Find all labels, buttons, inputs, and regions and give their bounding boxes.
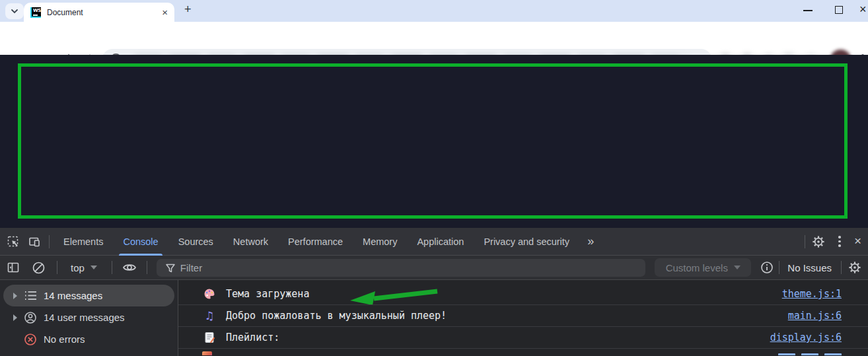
more-tabs-button[interactable]: »: [579, 234, 602, 248]
console-message-text: Добро пожаловать в музыкальный плеер!: [226, 310, 447, 322]
sidebar-item-errors[interactable]: No errors: [3, 328, 174, 350]
memo-icon: [204, 332, 215, 343]
gear-icon: [812, 235, 825, 248]
sidebar-item-label: 14 user messages: [44, 312, 125, 323]
inspect-element-button[interactable]: [3, 231, 24, 252]
sidebar-panel-icon: [7, 261, 20, 274]
console-message-text: Тема загружена: [226, 288, 309, 300]
tab-performance[interactable]: Performance: [278, 228, 353, 256]
issues-info-button[interactable]: [756, 257, 778, 278]
tab-console[interactable]: Console: [113, 228, 168, 256]
browser-window: WS Document × + ×: [0, 0, 868, 356]
chevron-down-icon: [90, 266, 97, 269]
window-minimize-button[interactable]: [803, 10, 813, 11]
clear-icon: [32, 261, 46, 275]
context-selector[interactable]: top: [63, 262, 105, 273]
chevron-down-icon: [734, 266, 741, 269]
tab-memory[interactable]: Memory: [353, 228, 407, 256]
sidebar-item-label: No errors: [44, 334, 85, 345]
annotation-arrow: [349, 287, 441, 304]
green-outline-box: [18, 63, 848, 219]
device-toolbar-button[interactable]: [24, 231, 45, 252]
browser-tab[interactable]: WS Document ×: [24, 3, 174, 22]
window-maximize-button[interactable]: [835, 6, 843, 14]
console-toolbar: top Custom levels No Issues: [0, 256, 868, 280]
page-viewport: [0, 55, 868, 228]
divider: [147, 261, 147, 274]
source-link[interactable]: theme.js:1: [782, 288, 842, 300]
user-icon: [24, 311, 37, 324]
webstorm-favicon-icon: WS: [30, 7, 41, 18]
tab-search-button[interactable]: [5, 3, 24, 19]
issues-counter[interactable]: No Issues: [781, 262, 838, 273]
sidebar-item-user-messages[interactable]: 14 user messages: [3, 306, 174, 328]
console-sidebar: 14 messages 14 user messages No errors: [0, 280, 178, 356]
devtools-menu-button[interactable]: [832, 236, 848, 247]
browser-toolbar: [0, 22, 868, 55]
divider: [49, 235, 50, 248]
source-link[interactable]: display.js:6: [770, 332, 842, 343]
info-icon: [760, 261, 774, 274]
error-icon: [24, 333, 37, 346]
clipped-emoji-icon: [202, 351, 212, 355]
tab-strip: WS Document × + ×: [0, 0, 868, 22]
console-settings-button[interactable]: [844, 257, 865, 278]
context-selector-label: top: [71, 262, 85, 273]
tab-sources[interactable]: Sources: [168, 228, 223, 256]
console-sidebar-toggle-button[interactable]: [3, 257, 24, 278]
inspect-icon: [7, 235, 20, 248]
console-message-text: Плейлист:: [226, 332, 279, 343]
devtools-settings-button[interactable]: [808, 231, 829, 252]
live-expression-button[interactable]: [119, 257, 140, 278]
console-message-row-partial: [178, 349, 868, 355]
expand-caret-icon[interactable]: [13, 314, 17, 321]
console-message-row: Плейлист: display.js:6: [178, 327, 868, 349]
gear-icon: [848, 261, 861, 274]
log-levels-label: Custom levels: [666, 262, 728, 273]
console-messages: Тема загружена theme.js:1 ♫ Добро пожало…: [178, 280, 868, 356]
divider: [779, 261, 779, 274]
expand-caret-icon[interactable]: [13, 293, 17, 299]
tab-network[interactable]: Network: [223, 228, 278, 256]
eye-icon: [122, 260, 137, 275]
device-toolbar-icon: [28, 235, 41, 248]
divider: [805, 235, 805, 248]
divider: [841, 261, 842, 274]
palette-icon: [203, 288, 215, 300]
tab-application[interactable]: Application: [407, 228, 474, 256]
console-message-row: Тема загружена theme.js:1: [178, 283, 868, 305]
devtools-close-button[interactable]: ×: [850, 234, 867, 250]
sidebar-item-label: 14 messages: [44, 290, 102, 301]
chevron-down-icon: [9, 6, 20, 17]
filter-input[interactable]: [157, 259, 645, 277]
divider: [112, 261, 112, 274]
console-body: 14 messages 14 user messages No errors: [0, 280, 868, 356]
music-notes-icon: ♫: [204, 309, 214, 322]
source-link[interactable]: main.js:6: [788, 310, 842, 322]
tab-title: Document: [47, 8, 156, 17]
console-message-row: ♫ Добро пожаловать в музыкальный плеер! …: [178, 305, 868, 327]
list-icon: [24, 290, 37, 301]
tab-elements[interactable]: Elements: [54, 228, 113, 256]
new-tab-button[interactable]: +: [184, 3, 192, 17]
sidebar-item-all-messages[interactable]: 14 messages: [3, 285, 174, 306]
devtools-tab-bar: Elements Console Sources Network Perform…: [0, 228, 868, 256]
clear-console-button[interactable]: [28, 257, 49, 278]
clipped-source-link: [778, 353, 842, 355]
log-levels-dropdown[interactable]: Custom levels: [655, 258, 751, 277]
tab-close-button[interactable]: ×: [162, 7, 168, 17]
window-close-button[interactable]: ×: [859, 3, 868, 18]
devtools-panel: Elements Console Sources Network Perform…: [0, 228, 868, 356]
divider: [57, 261, 57, 274]
tab-privacy-and-security[interactable]: Privacy and security: [474, 228, 579, 256]
